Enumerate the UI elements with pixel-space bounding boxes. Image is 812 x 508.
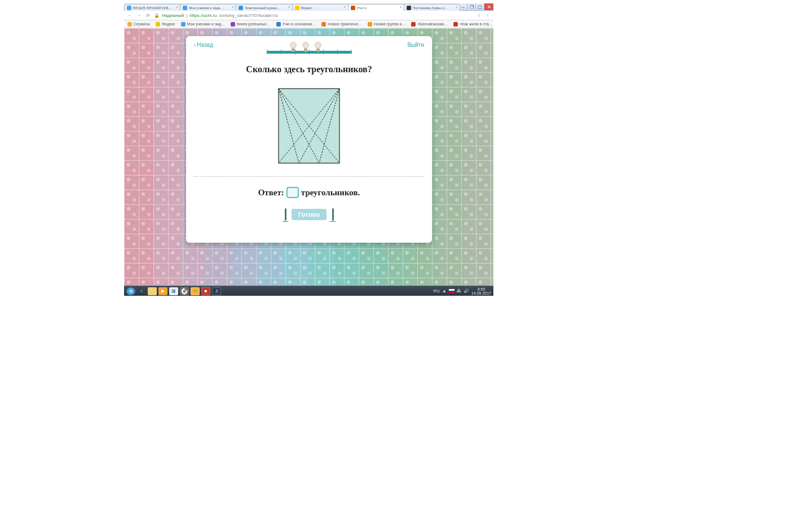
bookmark-item[interactable]: Новая группа и… [368,22,405,27]
tray-clock[interactable]: 9:55 14.09.2017 [471,287,491,295]
tab-favicon [239,6,243,10]
answer-input[interactable] [286,187,299,198]
bookmark-item[interactable]: «Как жили в ста… [453,22,493,27]
bookmark-label: Книга успешных… [237,22,271,26]
taskbar-app3-icon[interactable]: J [212,287,221,295]
tab-favicon [183,6,187,10]
taskbar-ie-icon[interactable]: e [137,287,146,295]
bookmark-label: Мои ученики и зад… [187,22,225,26]
window-maximize-button[interactable]: ▢ [475,3,484,10]
window-close-button[interactable]: ✕ [484,3,493,10]
taskbar-app1-icon[interactable]: ▦ [169,287,178,295]
bookmark-icon [321,22,326,27]
tab-title: Постановка буквы и… [413,6,448,10]
nav-reload-button[interactable]: ⟳ [145,12,151,18]
tab-close-icon[interactable]: × [288,5,290,9]
bookmark-item[interactable]: Учи.ru основная… [276,22,316,27]
taskbar-office-icon[interactable]: O [191,287,200,295]
tab-close-icon[interactable]: × [176,5,178,9]
tab-close-icon[interactable]: × [344,5,346,9]
nav-back-button[interactable]: ← [127,12,133,18]
tray-net-icon[interactable]: 🖧 [457,288,461,294]
tab-title: ВХОД В ЛИЧНЫЙ КАБ… [133,6,172,10]
bookmark-label: Яндекс [162,22,175,26]
tray-lang[interactable]: RU [433,288,440,294]
card-top-row: ‹ Назад Выйти [194,42,424,54]
bookmark-item[interactable]: Мои ученики и зад… [181,22,225,27]
answer-row: Ответ: треугольников. [194,187,424,198]
bookmark-item[interactable]: Книга успешных… [231,22,271,27]
bookmark-item[interactable]: Сервисы [127,22,150,27]
taskbar-app2-icon[interactable]: ■ [201,287,210,295]
url-secure-label: Надежный [162,13,184,18]
taskbar-explorer-icon[interactable] [148,287,157,295]
tab-close-icon[interactable]: × [456,5,458,9]
url-path: /cms/by_cards/770?locale=ru [219,13,277,18]
tab-favicon [351,6,355,10]
tab-close-icon[interactable]: × [400,5,402,9]
bookmark-icon [368,22,372,27]
browser-tab[interactable]: Яндекс× [292,4,348,11]
url-field[interactable]: 🔒 Надежный | https://uchi.ru/cms/by_card… [154,13,473,18]
tab-title: Электронный журна… [245,6,280,10]
answer-prefix: Ответ: [258,188,284,198]
bookmark-label: Учи.ru основная… [283,22,316,26]
bookmark-icon [127,22,132,27]
bookmark-star-button[interactable]: ☆ [476,12,482,18]
browser-window: – ❐ ▢ ✕ ВХОД В ЛИЧНЫЙ КАБ…×Мои ученики и… [124,3,493,296]
tab-title: Мои ученики и зада… [189,6,223,10]
bookmark-icon [156,22,160,27]
back-button[interactable]: ‹ Назад [194,42,213,48]
quiz-card: ‹ Назад Выйти Сколько здесь треугольнико… [186,36,432,243]
browser-tab[interactable]: Мои ученики и зада…× [180,4,236,11]
lock-icon: 🔒 [154,13,160,18]
browser-tab[interactable]: ВХОД В ЛИЧНЫЙ КАБ…× [124,4,180,11]
exit-button[interactable]: Выйти [407,42,424,48]
browser-tab[interactable]: Постановка буквы и…× [404,4,460,11]
bookmark-item[interactable]: «Беловежская… [411,22,448,27]
browser-tab[interactable]: Учи.ru× [348,4,404,11]
tray-flag-icon[interactable] [449,289,454,294]
system-tray: RU ▲ 🖧 🔊 9:55 14.09.2017 [433,287,491,295]
back-button-label: Назад [197,42,213,48]
bookmark-icon [276,22,281,27]
answer-suffix: треугольников. [301,188,360,198]
browser-tabstrip: ВХОД В ЛИЧНЫЙ КАБ…×Мои ученики и зада…×Э… [124,3,460,11]
tab-favicon [127,6,131,10]
bookmark-icon [231,22,235,27]
question-text: Сколько здесь треугольников? [194,64,424,75]
tray-vol-icon[interactable]: 🔊 [464,288,469,294]
figure-container [194,88,424,164]
url-separator: | [186,13,187,18]
window-restore-button[interactable]: ❐ [467,3,475,10]
tab-close-icon[interactable]: × [232,5,234,9]
bookmarks-bar: СервисыЯндексМои ученики и зад…Книга усп… [124,20,493,28]
nav-forward-button[interactable]: → [136,12,142,18]
tab-favicon [407,6,411,10]
taskbar-chrome-icon[interactable] [180,287,189,295]
bookmark-icon [411,22,416,27]
bookmark-item[interactable]: Новое приключе… [321,22,362,27]
right-decoration-icon [330,208,336,221]
url-domain: https://uchi.ru [189,13,217,18]
bookmark-label: «Беловежская… [417,22,448,26]
triangle-figure [278,88,340,164]
bookmark-item[interactable]: Яндекс [156,22,175,27]
browser-tab[interactable]: Электронный журна…× [236,4,292,11]
browser-address-bar: ← → ⟳ 🔒 Надежный | https://uchi.ru/cms/b… [124,11,493,20]
done-button[interactable]: Готово [292,209,327,220]
bookmark-label: Новая группа и… [374,22,405,26]
taskbar-media-icon[interactable]: ▶ [158,287,167,295]
browser-menu-button[interactable]: ⋮ [485,12,491,18]
left-decoration-icon [283,208,288,221]
start-button[interactable]: ◉ [126,287,135,295]
tray-expand-icon[interactable]: ▲ [442,288,447,294]
chevron-left-icon: ‹ [194,42,196,48]
bookmark-label: Новое приключе… [328,22,362,26]
bookmark-icon [181,22,186,27]
bookmark-label: Сервисы [134,22,150,26]
bookmark-label: «Как жили в ста… [460,22,493,26]
page-content: ‹ Назад Выйти Сколько здесь треугольнико… [124,28,493,286]
tab-favicon [295,6,299,10]
done-row: Готово [194,208,424,221]
